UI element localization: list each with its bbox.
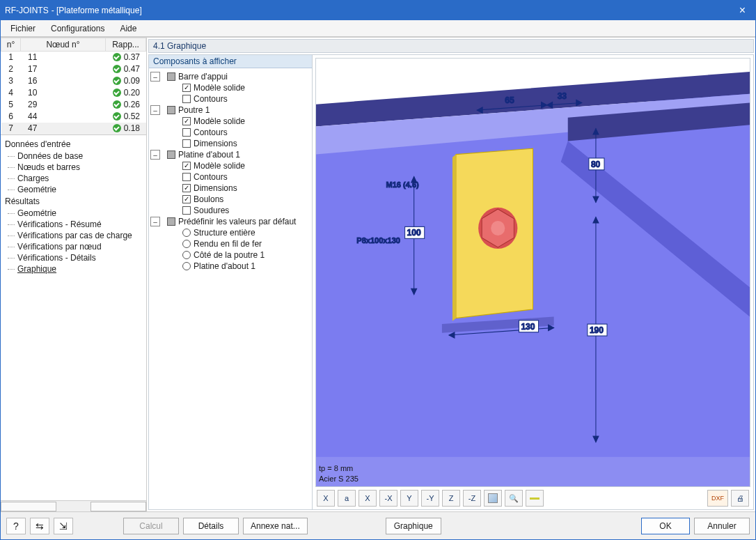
cancel-button[interactable]: Annuler [694,518,750,534]
view-iso-button[interactable] [484,490,502,507]
view-negy-button[interactable]: -Y [421,490,439,507]
display-tree-header: Composants à afficher [149,55,312,68]
tree-support-contours[interactable]: Contours [150,93,310,105]
menu-help[interactable]: Aide [113,22,143,35]
checkbox-icon[interactable] [182,128,191,137]
checkbox-icon[interactable] [182,173,191,181]
checkbox-icon[interactable] [182,139,191,148]
nav-res-loadcase[interactable]: Vérifications par cas de charge [5,230,145,241]
ok-button[interactable]: OK [641,518,690,534]
tree-preset-wireframe[interactable]: Rendu en fil de fer [150,238,310,249]
checkbox-icon[interactable] [182,195,191,203]
table-row[interactable]: 7470.18 [1,123,146,134]
left-scrollbar[interactable] [1,500,146,511]
checkbox-icon[interactable] [182,206,191,215]
calc-button[interactable]: Calcul [123,518,179,534]
view-y-button[interactable]: Y [400,490,418,507]
nav-input-heading: Données d'entrée [5,138,145,151]
radio-icon[interactable] [182,251,191,259]
checkbox-icon[interactable] [182,95,191,103]
tree-preset-full[interactable]: Structure entière [150,227,310,238]
tree-toggle-icon[interactable]: – [150,105,160,115]
nav-res-graphic[interactable]: Graphique [5,263,145,275]
svg-text:130: 130 [521,321,535,331]
ok-icon [113,100,121,109]
tree-endplate1-solid[interactable]: Modèle solide [150,160,310,171]
radio-icon[interactable] [182,229,191,237]
tristate-checkbox-icon[interactable] [167,106,175,114]
annex-button[interactable]: Annexe nat... [243,518,308,534]
tree-endplate1[interactable]: – Platine d'about 1 [150,149,310,160]
view-z-button[interactable]: Z [442,490,460,507]
col-ratio[interactable]: Rapp... [106,38,146,52]
radio-icon[interactable] [182,240,191,248]
scroll-left-button[interactable] [1,502,56,511]
view-text-button[interactable]: a [338,490,356,507]
tree-presets[interactable]: – Prédéfinir les valeurs par défaut [150,216,310,227]
tree-support-beam[interactable]: – Barre d'appui [150,71,310,82]
table-row[interactable]: 3160.09 [1,75,146,87]
help-button[interactable]: ? [6,518,26,534]
tree-endplate1-bolts[interactable]: Boulons [150,194,310,205]
tree-beam1-solid[interactable]: Modèle solide [150,116,310,127]
view-x2-button[interactable]: X [359,490,377,507]
col-node[interactable]: Nœud n° [21,38,106,52]
menu-config[interactable]: Configurations [44,22,111,35]
view-x-button[interactable]: X [317,490,335,507]
table-row[interactable]: 5290.26 [1,99,146,111]
tool-button-2[interactable]: ⇲ [54,518,73,534]
table-row[interactable]: 6440.52 [1,111,146,123]
export-dxf-button[interactable]: DXF [707,490,728,507]
view-copy-button[interactable] [526,490,544,507]
print-button[interactable]: 🖨 [731,490,749,507]
nav-res-summary[interactable]: Vérifications - Résumé [5,219,145,230]
tree-toggle-icon[interactable]: – [150,72,160,82]
tristate-checkbox-icon[interactable] [167,217,175,226]
checkbox-icon[interactable] [182,162,191,170]
ok-icon [113,53,121,61]
view-toggle-button[interactable]: Graphique [386,518,441,534]
tree-beam1-contours[interactable]: Contours [150,127,310,138]
section-header: 4.1 Graphique [148,39,754,53]
checkbox-icon[interactable] [182,84,191,92]
tristate-checkbox-icon[interactable] [167,151,175,159]
view-zoom-button[interactable]: 🔍 [505,490,523,507]
nav-res-geometry[interactable]: Geométrie [5,208,145,219]
view-negz-button[interactable]: -Z [463,490,481,507]
tree-toggle-icon[interactable]: – [150,150,160,160]
tree-support-solid[interactable]: Modèle solide [150,82,310,93]
col-number[interactable]: n° [1,38,21,52]
3d-view[interactable]: 65 33 80 [315,58,750,487]
tool-button-1[interactable]: ⇆ [30,518,49,534]
nav-input-nodes[interactable]: Nœuds et barres [5,162,145,173]
menu-file[interactable]: Fichier [3,22,42,35]
table-row[interactable]: 1110.37 [1,52,146,63]
checkbox-icon[interactable] [182,117,191,125]
nav-input-loads[interactable]: Charges [5,173,145,184]
view-negx-button[interactable]: -X [379,490,397,507]
tree-preset-endplate1[interactable]: Platine d'about 1 [150,261,310,272]
tree-toggle-icon[interactable]: – [150,217,160,226]
details-button[interactable]: Détails [183,518,239,534]
nav-input-geometry[interactable]: Geométrie [5,184,145,195]
model-name: - [Plateforme métallique] [52,6,142,15]
radio-icon[interactable] [182,262,191,270]
tree-beam1[interactable]: – Poutre 1 [150,105,310,116]
checkbox-icon[interactable] [182,184,191,192]
tree-endplate1-welds[interactable]: Soudures [150,205,310,216]
view-annotation: tp = 8 mm Acier S 235 [319,463,359,484]
scroll-track[interactable] [56,502,90,511]
nav-input-basedata[interactable]: Données de base [5,151,145,162]
nav-res-node[interactable]: Vérifications par nœud [5,241,145,252]
svg-text:190: 190 [590,325,604,335]
scroll-right-button[interactable] [90,502,146,511]
table-row[interactable]: 2170.47 [1,63,146,75]
close-button[interactable]: × [734,4,751,17]
tristate-checkbox-icon[interactable] [167,72,175,81]
table-row[interactable]: 4100.20 [1,87,146,99]
tree-endplate1-dimensions[interactable]: Dimensions [150,183,310,194]
tree-endplate1-contours[interactable]: Contours [150,171,310,183]
nav-res-details[interactable]: Vérifications - Détails [5,252,145,263]
tree-preset-beam1[interactable]: Côté de la poutre 1 [150,249,310,261]
tree-beam1-dimensions[interactable]: Dimensions [150,138,310,149]
